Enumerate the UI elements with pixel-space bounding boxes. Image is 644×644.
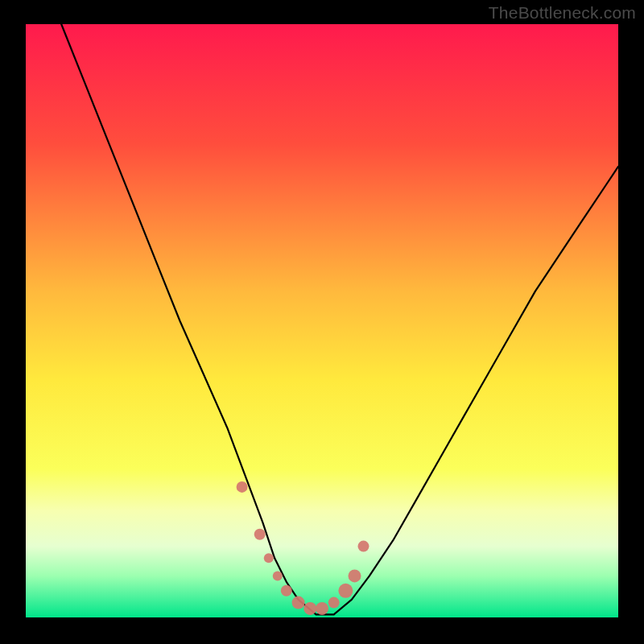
marker-dot (264, 553, 274, 563)
marker-dot (328, 597, 340, 609)
marker-dot (316, 602, 328, 615)
marker-dot (292, 597, 305, 609)
marker-dot (338, 584, 353, 598)
chart-frame: TheBottleneck.com (0, 0, 644, 644)
marker-dot (281, 585, 292, 597)
marker-dot (349, 569, 361, 582)
plot-background (26, 24, 618, 617)
marker-dot (237, 481, 248, 493)
marker-dot (303, 602, 316, 615)
marker-dot (273, 571, 283, 580)
watermark-text: TheBottleneck.com (489, 3, 636, 23)
marker-dot (358, 541, 369, 552)
bottleneck-chart (0, 0, 644, 644)
marker-dot (254, 529, 266, 540)
